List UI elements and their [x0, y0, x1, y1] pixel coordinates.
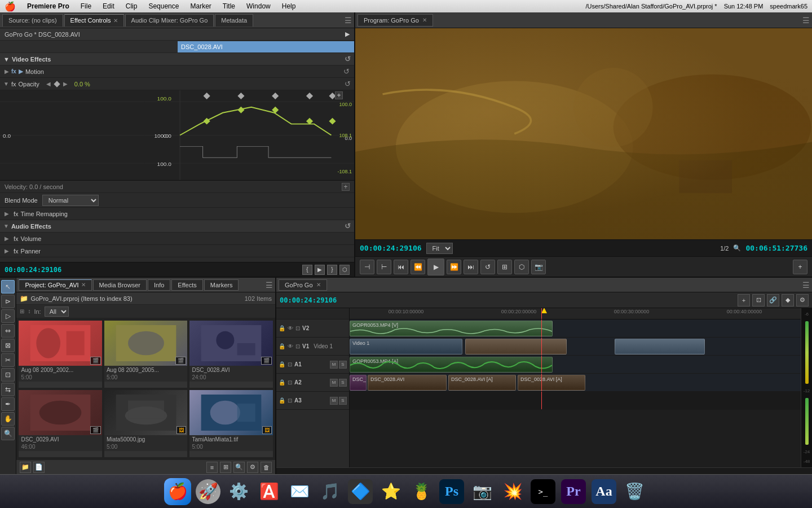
ripple-edit-tool[interactable]: ▷ — [1, 309, 15, 323]
list-view-btn[interactable]: ≡ — [206, 462, 218, 473]
project-menu[interactable]: ☰ — [266, 281, 273, 290]
next-edit-btn[interactable]: ⏭ — [464, 260, 478, 274]
trim-out-btn[interactable]: ⊢ — [377, 260, 391, 274]
sequence-menu[interactable]: Sequence — [146, 2, 181, 10]
rate-stretch-tool[interactable]: ⊠ — [1, 339, 15, 352]
delete-btn[interactable]: 🗑 — [261, 462, 272, 473]
media-item-0[interactable]: 🎬 Aug 08 2009_2002... 5:00 — [19, 321, 102, 388]
clip-v1-1[interactable]: Video 1 — [350, 339, 462, 354]
v1-lock[interactable]: 🔒 — [279, 343, 285, 349]
tl-settings[interactable]: ⚙ — [796, 294, 809, 306]
a2-sync[interactable]: ⊡ — [288, 379, 292, 386]
dock-logic[interactable]: ⭐ — [377, 478, 404, 505]
play-btn[interactable]: ▶ — [315, 265, 325, 275]
a3-solo[interactable]: S — [339, 397, 347, 405]
new-bin-btn[interactable]: 📁 — [20, 462, 31, 473]
dock-app-store[interactable]: 🅰️ — [255, 478, 283, 505]
v2-eye[interactable]: 👁 — [288, 325, 293, 331]
effect-controls-close[interactable]: ✕ — [113, 17, 118, 24]
title-menu[interactable]: Title — [220, 2, 237, 10]
dock-finder[interactable]: 🍎 — [164, 478, 191, 505]
tl-markers[interactable]: ◆ — [782, 294, 794, 306]
a2-mute[interactable]: M — [330, 379, 338, 387]
clip-a2-2[interactable]: DSC_0028.AVI — [368, 375, 447, 391]
panner-row[interactable]: ▶ fx Panner — [0, 245, 354, 257]
sort-toggle[interactable]: ↕ — [28, 308, 30, 314]
razor-tool[interactable]: ✂ — [1, 353, 15, 367]
media-item-3[interactable]: 🎬 DSC_0029.AVI 46:00 — [19, 390, 102, 457]
effect-controls-tab[interactable]: Effect Controls ✕ — [64, 14, 124, 27]
settings-btn[interactable]: ⚙ — [247, 462, 258, 473]
volume-row[interactable]: ▶ fx Volume — [0, 233, 354, 245]
clip-a2-1[interactable]: DSC_002 — [350, 375, 367, 391]
timeline-tab[interactable]: GoPro Go ✕ — [279, 279, 327, 291]
opacity-prev-kf[interactable]: ◀ — [46, 81, 51, 87]
prev-edit-btn[interactable]: ⏮ — [394, 260, 408, 274]
dock-itunes[interactable]: 🎵 — [316, 478, 343, 505]
tl-add-track[interactable]: + — [738, 294, 750, 306]
timeline-menu[interactable]: ☰ — [802, 281, 810, 290]
video-effects-header[interactable]: ▼ Video Effects ↺ — [0, 53, 354, 65]
a1-solo[interactable]: S — [339, 361, 347, 369]
dock-camera[interactable]: 📷 — [469, 478, 496, 505]
tl-link[interactable]: 🔗 — [767, 294, 779, 306]
export-frame-btn[interactable]: 📷 — [531, 260, 546, 274]
rolling-edit-tool[interactable]: ⇔ — [1, 324, 15, 338]
timeline-scrollbar[interactable] — [276, 467, 812, 474]
timeline-timecode[interactable]: 00:00:24:29106 — [280, 296, 337, 304]
trim-in-btn[interactable]: ⊣ — [360, 260, 374, 274]
a1-mute[interactable]: M — [330, 361, 338, 369]
video-effects-reset[interactable]: ↺ — [345, 55, 351, 63]
a2-solo[interactable]: S — [339, 379, 347, 387]
dock-squarespace[interactable]: 🔷 — [347, 478, 374, 505]
video-effects-collapse[interactable]: ▼ — [3, 56, 10, 63]
media-item-1[interactable]: 🎬 Aug 08 2009_2005... 5:00 — [104, 321, 188, 388]
program-timecode-in[interactable]: 00:00:24:29106 — [360, 244, 422, 252]
slide-tool[interactable]: ⇆ — [1, 383, 15, 396]
step-back-btn[interactable]: ⏪ — [411, 260, 425, 274]
motion-reset[interactable]: ↺ — [343, 67, 350, 76]
effects-tab[interactable]: Effects — [171, 279, 202, 291]
media-item-4[interactable]: 🖼 Miata50000.jpg 5:00 — [104, 390, 188, 457]
info-tab[interactable]: Info — [148, 279, 170, 291]
v1-sync[interactable]: ⊡ — [295, 343, 300, 349]
dock-pineapple[interactable]: 🍍 — [408, 478, 435, 505]
v1-eye[interactable]: 👁 — [288, 343, 293, 349]
new-item-btn[interactable]: 📄 — [33, 462, 45, 473]
clip-a1[interactable]: GOPR0053.MP4 [A] — [350, 357, 553, 373]
search-btn[interactable]: 🔍 — [233, 462, 245, 473]
project-tab[interactable]: Project: GoPro_AVI ✕ — [19, 279, 91, 291]
media-item-5[interactable]: 🖼 TamiAlanMiata1.tif 5:00 — [189, 390, 273, 457]
zoom-tool[interactable]: 🔍 — [1, 427, 15, 440]
clip-v1-3[interactable] — [615, 339, 705, 354]
loop-btn[interactable]: ↺ — [480, 260, 495, 274]
view-toggle[interactable]: ⊞ — [20, 308, 24, 314]
media-item-2[interactable]: 🎬 DSC_0028.AVI 24:00 — [189, 321, 273, 388]
a1-lock[interactable]: 🔒 — [279, 361, 285, 367]
panel-menu-button[interactable]: ☰ — [345, 16, 352, 25]
time-remapping-row[interactable]: ▶ fx Time Remapping — [0, 208, 354, 220]
clip-a2-4[interactable]: DSC_0028.AVI [A] — [518, 375, 585, 391]
play-btn[interactable]: ▶ — [427, 259, 444, 275]
program-tab[interactable]: Program: GoPro Go ✕ — [358, 14, 433, 27]
media-browser-tab[interactable]: Media Browser — [93, 279, 147, 291]
clip-v2[interactable]: GOPR0053.MP4 [V] — [350, 321, 553, 336]
program-tab-close[interactable]: ✕ — [422, 17, 427, 23]
graph-add-button[interactable]: + — [335, 91, 343, 99]
timeline-close[interactable]: ✕ — [316, 282, 321, 288]
a1-sync[interactable]: ⊡ — [288, 361, 292, 367]
a3-mute[interactable]: M — [330, 397, 338, 405]
fit-dropdown[interactable]: Fit — [426, 243, 453, 254]
select-tool[interactable]: ↖ — [1, 280, 15, 294]
clip-menu[interactable]: Clip — [123, 2, 140, 10]
velocity-add-button[interactable]: + — [342, 183, 350, 191]
app-name[interactable]: Premiere Pro — [25, 2, 72, 10]
tl-snap[interactable]: ⊡ — [752, 294, 765, 306]
dock-effects[interactable]: 💥 — [499, 478, 526, 505]
program-menu[interactable]: ☰ — [802, 16, 810, 25]
dock-mail[interactable]: ✉️ — [286, 478, 313, 505]
icon-view-btn[interactable]: ⊞ — [220, 462, 231, 473]
add-marker-btn[interactable]: + — [793, 260, 807, 274]
export-btn[interactable]: ⬡ — [339, 265, 350, 275]
file-menu[interactable]: File — [78, 2, 94, 10]
